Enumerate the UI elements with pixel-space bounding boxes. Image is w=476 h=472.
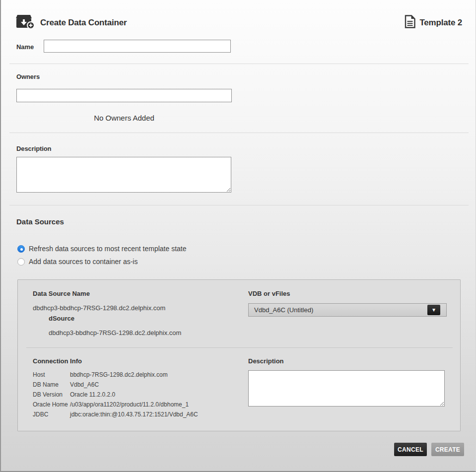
conn-value: jdbc:oracle:thin:@10.43.75.172:1521/Vdbd… (70, 411, 198, 421)
create-button[interactable]: CREATE (431, 443, 464, 456)
data-source-name-header: Data Source Name (33, 290, 90, 297)
radio-refresh-label: Refresh data sources to most recent temp… (29, 245, 187, 253)
data-sources-heading: Data Sources (16, 217, 64, 226)
owners-label: Owners (16, 73, 40, 80)
page-title: Create Data Container (40, 18, 127, 28)
template-name: Template 2 (419, 18, 462, 28)
conn-value: /u03/app/ora11202/product/11.2.0/dbhome_… (70, 402, 198, 411)
conn-value: Oracle 11.2.0.2.0 (70, 392, 198, 402)
dsource-name: dbdhcp3-bbdhcp-7RSG-1298.dc2.delphix.com (49, 329, 181, 337)
table-row: DB Name Vdbd_A6C (33, 382, 198, 392)
panel-divider (26, 347, 453, 348)
radio-refresh-option[interactable]: Refresh data sources to most recent temp… (17, 245, 187, 253)
table-row: DB Version Oracle 11.2.0.2.0 (33, 392, 198, 402)
data-container-icon (16, 14, 36, 31)
panel-description-textarea[interactable] (248, 370, 445, 406)
divider (9, 64, 469, 64)
radio-add-label: Add data sources to container as-is (29, 258, 137, 266)
radio-add-as-is-option[interactable]: Add data sources to container as-is (17, 258, 137, 266)
dsource-label: dSource (49, 315, 74, 322)
table-row: JDBC jdbc:oracle:thin:@10.43.75.172:1521… (33, 411, 198, 421)
chevron-down-icon: ▾ (432, 307, 435, 313)
table-row: Oracle Home /u03/app/ora11202/product/11… (33, 402, 198, 411)
data-source-name: dbdhcp3-bbdhcp-7RSG-1298.dc2.delphix.com (33, 304, 165, 312)
name-label: Name (16, 43, 34, 51)
conn-label: DB Name (33, 382, 70, 392)
table-row: Host bbdhcp-7RSG-1298.dc2.delphix.com (33, 372, 198, 382)
template-indicator: Template 2 (405, 15, 462, 30)
data-source-panel: Data Source Name dbdhcp3-bbdhcp-7RSG-129… (17, 279, 461, 431)
template-document-icon (405, 15, 415, 30)
owners-input[interactable] (16, 89, 232, 102)
name-input[interactable] (44, 40, 231, 53)
divider (9, 133, 469, 133)
vdb-or-vfiles-header: VDB or vFiles (248, 290, 290, 297)
cancel-button[interactable]: CANCEL (394, 443, 427, 456)
divider (9, 205, 469, 205)
conn-label: JDBC (33, 411, 70, 421)
description-textarea[interactable] (16, 157, 231, 193)
radio-unselected-icon[interactable] (17, 258, 25, 266)
vdb-selected-value: Vdbd_A6C (Untitled) (249, 306, 446, 314)
description-label: Description (16, 145, 51, 152)
conn-value: Vdbd_A6C (70, 382, 198, 392)
conn-label: Host (33, 372, 70, 382)
panel-description-label: Description (248, 357, 284, 365)
dropdown-button[interactable]: ▾ (427, 305, 440, 315)
no-owners-message: No Owners Added (16, 114, 232, 122)
vdb-select[interactable]: Vdbd_A6C (Untitled) ▾ (248, 303, 447, 317)
create-data-container-dialog: Create Data Container Template 2 Name Ow… (0, 0, 476, 472)
conn-value: bbdhcp-7RSG-1298.dc2.delphix.com (70, 372, 198, 382)
connection-info-header: Connection Info (33, 357, 82, 365)
connection-info-table: Host bbdhcp-7RSG-1298.dc2.delphix.com DB… (33, 372, 198, 421)
conn-label: DB Version (33, 392, 70, 402)
conn-label: Oracle Home (33, 402, 70, 411)
dialog-header: Create Data Container (16, 14, 127, 31)
radio-selected-icon[interactable] (17, 245, 25, 253)
